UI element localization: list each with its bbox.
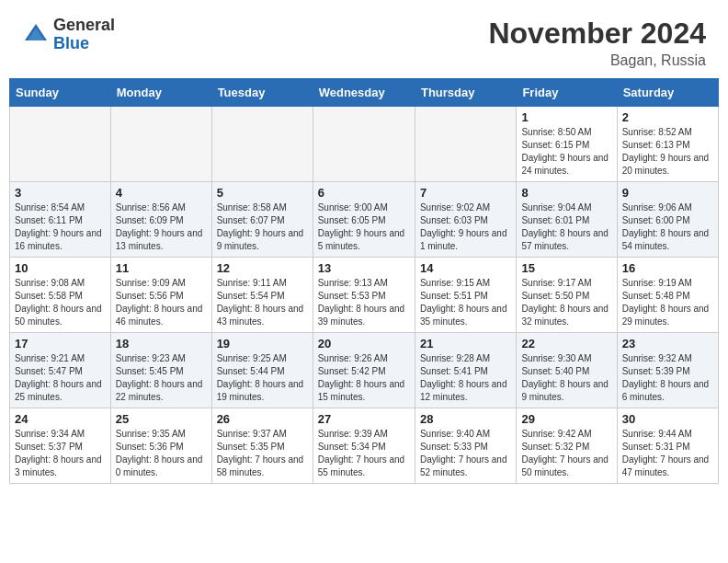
calendar-cell: 28Sunrise: 9:40 AMSunset: 5:33 PMDayligh…: [415, 408, 516, 484]
day-number: 15: [521, 261, 611, 275]
day-info: Sunrise: 9:39 AMSunset: 5:34 PMDaylight:…: [318, 428, 410, 479]
weekday-header-saturday: Saturday: [617, 79, 718, 107]
day-info: Sunrise: 9:17 AMSunset: 5:50 PMDaylight:…: [521, 277, 611, 328]
weekday-header-sunday: Sunday: [10, 79, 111, 107]
day-info: Sunrise: 8:56 AMSunset: 6:09 PMDaylight:…: [116, 201, 207, 253]
day-number: 6: [318, 186, 410, 200]
calendar-cell: 3Sunrise: 8:54 AMSunset: 6:11 PMDaylight…: [10, 182, 111, 258]
calendar-cell: 5Sunrise: 8:58 AMSunset: 6:07 PMDaylight…: [211, 182, 313, 258]
calendar-cell: 9Sunrise: 9:06 AMSunset: 6:00 PMDaylight…: [617, 182, 718, 258]
day-info: Sunrise: 9:04 AMSunset: 6:01 PMDaylight:…: [521, 201, 611, 253]
calendar-cell: 29Sunrise: 9:42 AMSunset: 5:32 PMDayligh…: [517, 408, 617, 484]
day-number: 21: [420, 337, 511, 350]
day-info: Sunrise: 9:37 AMSunset: 5:35 PMDaylight:…: [217, 428, 308, 479]
weekday-header-thursday: Thursday: [415, 79, 516, 107]
logo-blue-text: Blue: [53, 35, 115, 53]
weekday-header-monday: Monday: [110, 79, 211, 107]
calendar-cell: 25Sunrise: 9:35 AMSunset: 5:36 PMDayligh…: [110, 408, 211, 484]
calendar-cell: 24Sunrise: 9:34 AMSunset: 5:37 PMDayligh…: [10, 408, 111, 484]
day-number: 27: [318, 412, 410, 426]
logo-text: General Blue: [53, 17, 115, 53]
weekday-header-friday: Friday: [517, 79, 617, 107]
calendar-wrapper: SundayMondayTuesdayWednesdayThursdayFrid…: [0, 78, 728, 493]
day-info: Sunrise: 9:15 AMSunset: 5:51 PMDaylight:…: [420, 277, 511, 328]
logo-general-text: General: [53, 17, 115, 35]
day-info: Sunrise: 9:09 AMSunset: 5:56 PMDaylight:…: [116, 277, 207, 328]
day-info: Sunrise: 9:26 AMSunset: 5:42 PMDaylight:…: [318, 352, 410, 404]
calendar-cell: 19Sunrise: 9:25 AMSunset: 5:44 PMDayligh…: [211, 333, 313, 408]
calendar-cell: 20Sunrise: 9:26 AMSunset: 5:42 PMDayligh…: [313, 333, 415, 408]
calendar-cell: 22Sunrise: 9:30 AMSunset: 5:40 PMDayligh…: [517, 333, 617, 408]
calendar-cell: 21Sunrise: 9:28 AMSunset: 5:41 PMDayligh…: [415, 333, 516, 408]
day-number: 20: [318, 337, 410, 350]
calendar-cell: 16Sunrise: 9:19 AMSunset: 5:48 PMDayligh…: [617, 258, 718, 333]
calendar-cell: [415, 107, 516, 182]
calendar-cell: 27Sunrise: 9:39 AMSunset: 5:34 PMDayligh…: [313, 408, 415, 484]
logo: General Blue: [22, 17, 115, 53]
calendar-cell: 14Sunrise: 9:15 AMSunset: 5:51 PMDayligh…: [415, 258, 516, 333]
day-number: 22: [521, 337, 611, 350]
day-number: 23: [622, 337, 713, 350]
calendar-cell: 26Sunrise: 9:37 AMSunset: 5:35 PMDayligh…: [211, 408, 313, 484]
day-info: Sunrise: 8:52 AMSunset: 6:13 PMDaylight:…: [622, 126, 713, 178]
day-number: 16: [622, 261, 713, 275]
day-number: 7: [420, 186, 511, 200]
day-info: Sunrise: 9:00 AMSunset: 6:05 PMDaylight:…: [318, 201, 410, 253]
day-info: Sunrise: 9:40 AMSunset: 5:33 PMDaylight:…: [420, 428, 511, 479]
day-number: 4: [116, 186, 207, 200]
calendar-cell: 6Sunrise: 9:00 AMSunset: 6:05 PMDaylight…: [313, 182, 415, 258]
day-number: 28: [420, 412, 511, 426]
calendar-cell: 2Sunrise: 8:52 AMSunset: 6:13 PMDaylight…: [617, 107, 718, 182]
day-number: 18: [116, 337, 207, 350]
day-number: 8: [521, 186, 611, 200]
day-number: 29: [521, 412, 611, 426]
day-info: Sunrise: 9:21 AMSunset: 5:47 PMDaylight:…: [15, 352, 106, 404]
day-info: Sunrise: 9:02 AMSunset: 6:03 PMDaylight:…: [420, 201, 511, 253]
week-row-5: 24Sunrise: 9:34 AMSunset: 5:37 PMDayligh…: [10, 408, 719, 484]
day-number: 9: [622, 186, 713, 200]
week-row-3: 10Sunrise: 9:08 AMSunset: 5:58 PMDayligh…: [10, 258, 719, 333]
day-info: Sunrise: 9:35 AMSunset: 5:36 PMDaylight:…: [116, 428, 207, 479]
calendar-cell: 23Sunrise: 9:32 AMSunset: 5:39 PMDayligh…: [617, 333, 718, 408]
day-number: 17: [15, 337, 106, 350]
calendar-cell: 1Sunrise: 8:50 AMSunset: 6:15 PMDaylight…: [517, 107, 617, 182]
calendar-cell: 17Sunrise: 9:21 AMSunset: 5:47 PMDayligh…: [10, 333, 111, 408]
week-row-1: 1Sunrise: 8:50 AMSunset: 6:15 PMDaylight…: [10, 107, 719, 182]
day-info: Sunrise: 9:28 AMSunset: 5:41 PMDaylight:…: [420, 352, 511, 404]
day-info: Sunrise: 9:11 AMSunset: 5:54 PMDaylight:…: [217, 277, 308, 328]
calendar-cell: [313, 107, 415, 182]
calendar-table: SundayMondayTuesdayWednesdayThursdayFrid…: [9, 78, 719, 484]
calendar-cell: 18Sunrise: 9:23 AMSunset: 5:45 PMDayligh…: [110, 333, 211, 408]
weekday-header-row: SundayMondayTuesdayWednesdayThursdayFrid…: [10, 79, 719, 107]
page-header: General Blue November 2024 Bagan, Russia: [0, 0, 728, 78]
day-number: 10: [15, 261, 106, 275]
month-title: November 2024: [488, 17, 706, 51]
weekday-header-tuesday: Tuesday: [211, 79, 313, 107]
day-number: 13: [318, 261, 410, 275]
week-row-2: 3Sunrise: 8:54 AMSunset: 6:11 PMDaylight…: [10, 182, 719, 258]
calendar-cell: [10, 107, 111, 182]
day-info: Sunrise: 8:50 AMSunset: 6:15 PMDaylight:…: [521, 126, 611, 178]
day-number: 1: [521, 110, 611, 124]
day-number: 30: [622, 412, 713, 426]
day-info: Sunrise: 9:19 AMSunset: 5:48 PMDaylight:…: [622, 277, 713, 328]
calendar-cell: 10Sunrise: 9:08 AMSunset: 5:58 PMDayligh…: [10, 258, 111, 333]
day-number: 26: [217, 412, 308, 426]
calendar-cell: 13Sunrise: 9:13 AMSunset: 5:53 PMDayligh…: [313, 258, 415, 333]
weekday-header-wednesday: Wednesday: [313, 79, 415, 107]
location: Bagan, Russia: [488, 52, 706, 69]
day-info: Sunrise: 9:08 AMSunset: 5:58 PMDaylight:…: [15, 277, 106, 328]
calendar-cell: 11Sunrise: 9:09 AMSunset: 5:56 PMDayligh…: [110, 258, 211, 333]
day-number: 25: [116, 412, 207, 426]
day-info: Sunrise: 9:06 AMSunset: 6:00 PMDaylight:…: [622, 201, 713, 253]
day-info: Sunrise: 9:30 AMSunset: 5:40 PMDaylight:…: [521, 352, 611, 404]
week-row-4: 17Sunrise: 9:21 AMSunset: 5:47 PMDayligh…: [10, 333, 719, 408]
day-info: Sunrise: 9:44 AMSunset: 5:31 PMDaylight:…: [622, 428, 713, 479]
calendar-cell: 30Sunrise: 9:44 AMSunset: 5:31 PMDayligh…: [617, 408, 718, 484]
calendar-cell: 8Sunrise: 9:04 AMSunset: 6:01 PMDaylight…: [517, 182, 617, 258]
day-number: 2: [622, 110, 713, 124]
logo-icon: [22, 21, 50, 49]
day-number: 11: [116, 261, 207, 275]
day-number: 24: [15, 412, 106, 426]
day-info: Sunrise: 9:32 AMSunset: 5:39 PMDaylight:…: [622, 352, 713, 404]
